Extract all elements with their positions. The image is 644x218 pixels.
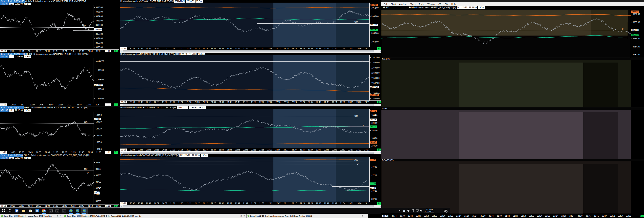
npl-badge: NPL: 0T — [0, 157, 8, 159]
menu-item-edit[interactable]: Edit — [382, 3, 389, 5]
time-axis[interactable]: -11-2120:4320:4820:5320:5821:0321:0821:1… — [120, 47, 382, 50]
mail-icon[interactable] — [34, 208, 40, 214]
time-badge: 22:15:00 — [14, 109, 24, 112]
menu-item-cw[interactable]: CW — [443, 3, 450, 5]
scrollbar-thumb[interactable] — [123, 205, 374, 207]
taskbar-window-button[interactable]: Sierra Chart 2453 Charthook Intermarches… — [246, 214, 368, 218]
price-axis[interactable]: 11615.0011605.0011595.0011589.0011585.00… — [94, 58, 119, 103]
chart-plot-area[interactable]: OOO — [120, 157, 370, 202]
price-axis[interactable]: 3962.613962.003960.003958.003956.823956.… — [370, 3, 382, 47]
time-tick-label: 22:41 — [324, 149, 329, 151]
order-marker: OO — [354, 21, 358, 23]
time-tick-label: 20:53 — [36, 205, 41, 207]
window-controls[interactable]: — □ ✕ — [54, 215, 62, 217]
time-axis[interactable]: -11-2120:2320:3320:4320:5321:0321:1321:2… — [0, 204, 119, 207]
time-axis[interactable]: -11-2120:3720:4220:4720:5220:5721:0221:0… — [120, 202, 382, 205]
price-tick-label: 3954.00 — [632, 46, 640, 48]
taskbar-window-button[interactable]: Sierra Chart 2453 Charthook SP500, Teton… — [63, 214, 246, 218]
horizontal-scrollbar[interactable]: ‹› — [120, 151, 382, 154]
shield-app-icon[interactable] — [14, 208, 20, 214]
chart-plot-area[interactable]: L — [120, 55, 370, 100]
time-tick-label: 21:42 — [235, 202, 240, 204]
price-axis[interactable]: 33797337803376033738337273372033700 — [370, 157, 382, 202]
tick-mark — [94, 38, 95, 39]
price-value: 3960.00 — [633, 21, 640, 24]
tick-mark — [632, 22, 632, 23]
chart-plot-area[interactable]: OOL — [0, 5, 94, 50]
price-axis[interactable]: 3962.613962.003960.003958.003956.823956.… — [631, 9, 644, 58]
time-tick-label: 21:18 — [194, 149, 200, 151]
terminal-icon[interactable]: >_ — [54, 208, 61, 214]
price-value: 3968.00 — [96, 6, 103, 9]
price-axis[interactable]: 1844.01842.81842.01840.01838.01836.01834… — [94, 112, 119, 151]
menu-item-cb[interactable]: CB — [437, 3, 443, 5]
start-icon[interactable] — [0, 208, 7, 214]
onedrive-icon[interactable] — [403, 209, 406, 212]
time-axis[interactable]: -11-2120:3820:4320:4820:5320:5821:0321:0… — [120, 148, 382, 151]
window-button-title: Sierra Chart 2453 Charthook SP500, Teton… — [66, 215, 236, 217]
window-controls[interactable]: — □ ✕ — [237, 215, 246, 217]
time-tick-label: 21:13 — [178, 101, 184, 103]
chart-plot-area[interactable]: L — [0, 58, 94, 103]
time-axis[interactable]: -11-2120:2720:3720:4720:5721:0721:1721:2… — [0, 103, 119, 106]
time-axis[interactable]: -11-2120:2420:3420:4420:5421:0421:1421:2… — [0, 50, 119, 53]
search-icon[interactable] — [7, 208, 14, 214]
horizontal-scrollbar[interactable]: ‹› — [120, 50, 382, 53]
window-controls[interactable]: — □ ✕ — [358, 215, 367, 217]
time-tick-label: 20:53 — [146, 48, 151, 50]
section-area-russel[interactable] — [381, 110, 644, 159]
notification-center-icon[interactable]: 1 — [443, 208, 448, 213]
time-axis[interactable]: -11-2120:2520:3520:4520:5521:0521:1521:2… — [0, 151, 119, 154]
sierra-globe-icon[interactable] — [81, 208, 88, 214]
phone-icon[interactable] — [412, 209, 414, 212]
horizontal-scrollbar[interactable]: ‹› — [120, 104, 382, 106]
taskbar-window-button[interactable]: Sierra Chart 2453 Charthook Nasdaq, Teto… — [0, 214, 63, 218]
window-titlebar[interactable] — [381, 0, 644, 3]
chart-plot-area[interactable]: OOO — [0, 159, 94, 204]
time-tick-label: 22:14 — [554, 215, 558, 217]
taskbar-clock[interactable]: 23 h 0921/11/2022 — [424, 208, 434, 213]
menu-item-analysis[interactable]: Analysis — [398, 3, 409, 5]
scrollbar-thumb[interactable] — [123, 104, 374, 106]
price-axis[interactable]: 3382033800337803376033740337273372033700 — [94, 159, 119, 204]
sierra-globe-icon[interactable] — [68, 208, 74, 214]
price-value: 3962.00 — [371, 7, 378, 9]
price-axis[interactable]: 11612.0011608.0011604.0011600.0011596.00… — [370, 55, 382, 100]
scroll-left-arrow[interactable]: ‹ — [120, 50, 123, 53]
menu-item-window[interactable]: Window — [426, 3, 437, 5]
section-area-dowjones[interactable] — [381, 161, 644, 214]
terminal-icon[interactable]: >_ — [61, 208, 68, 214]
scroll-left-arrow[interactable]: ‹ — [120, 104, 123, 106]
price-axis[interactable]: 3968.003966.003964.003962.003960.003958.… — [94, 5, 119, 50]
chart-plot-area[interactable]: OO — [0, 112, 94, 151]
menu-item-tools[interactable]: Tools — [409, 3, 417, 5]
section-area-nasdaq[interactable] — [381, 60, 644, 107]
scrollbar-thumb[interactable] — [123, 152, 374, 154]
scroll-left-arrow[interactable]: ‹ — [120, 205, 123, 207]
defender-icon[interactable] — [407, 209, 410, 212]
horizontal-scrollbar[interactable]: ‹› — [120, 205, 382, 207]
file-explorer-icon[interactable] — [20, 208, 27, 214]
chrome-icon[interactable] — [40, 208, 47, 214]
terminal-icon[interactable]: >_ — [47, 208, 54, 214]
sierra-globe-icon[interactable] — [74, 208, 81, 214]
time-tick-label: 22:04 — [537, 215, 542, 217]
scrollbar-thumb[interactable] — [123, 50, 374, 52]
scroll-left-arrow[interactable]: ‹ — [120, 151, 123, 154]
menu-item-chart[interactable]: Chart — [389, 3, 398, 5]
chart-plot-area[interactable]: OOL — [120, 109, 370, 148]
display-icon[interactable] — [416, 209, 418, 212]
volume-icon[interactable] — [420, 209, 423, 212]
chart-plot-area[interactable]: O — [381, 9, 631, 58]
time-axis[interactable]: -11-2120:4320:4820:5320:5821:0321:0821:1… — [120, 100, 382, 104]
menu-item-trade[interactable]: Trade — [417, 3, 426, 5]
menu-item-help[interactable]: Help — [450, 3, 458, 5]
microsoft-store-icon[interactable] — [27, 208, 34, 214]
order-marker: O — [87, 172, 89, 174]
chevron-up-icon[interactable] — [398, 209, 401, 212]
price-axis[interactable]: 1845.11844.01842.81842.01841.01840.01838… — [370, 109, 382, 148]
chart-plot-area[interactable]: OO — [120, 3, 370, 47]
time-axis[interactable]: -11-2120:3420:3920:4420:4920:5420:5921:0… — [381, 214, 644, 218]
tick-mark — [94, 194, 95, 195]
tick-mark — [94, 89, 95, 89]
